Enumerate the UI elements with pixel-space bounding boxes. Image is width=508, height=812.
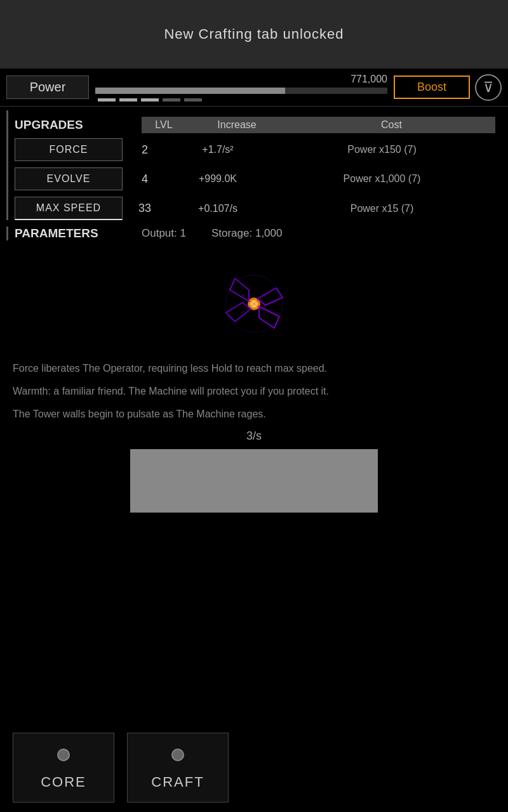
col-header-increase: Increase (186, 117, 288, 133)
descriptions: Force liberates The Operator, requiring … (13, 361, 495, 422)
upgrade-cost-evolve: Power x1,000 (7) (269, 173, 495, 185)
boost-container: Boost (394, 74, 502, 101)
upgrade-lvl-force: 2 (123, 143, 167, 157)
craft-nav-dot (171, 749, 184, 761)
upgrades-section: UPGRADES LVL Increase Cost FORCE 2 +1.7/… (6, 110, 502, 220)
craft-nav-button[interactable]: CRAFT (127, 733, 229, 802)
upgrades-cols: LVL Increase Cost (142, 117, 495, 133)
upgrades-header: UPGRADES LVL Increase Cost (15, 117, 495, 133)
machine-visual (197, 253, 311, 355)
core-nav-dot (57, 749, 70, 761)
upgrade-button-evolve[interactable]: EVOLVE (15, 167, 123, 190)
upgrade-lvl-maxspeed: 33 (123, 202, 167, 215)
boost-dropdown-button[interactable] (475, 74, 502, 101)
rate-display: 3/s (0, 429, 508, 443)
upgrade-increase-maxspeed: +0.107/s (167, 203, 269, 214)
machine-svg (203, 259, 305, 348)
col-header-cost: Cost (288, 117, 495, 133)
upgrade-button-force[interactable]: FORCE (15, 138, 123, 161)
notification-banner: New Crafting tab unlocked (0, 0, 508, 69)
parameters-title: PARAMETERS (15, 226, 142, 240)
bar-dot-5 (184, 98, 202, 102)
bar-dot-2 (119, 98, 137, 102)
boost-button[interactable]: Boost (394, 75, 470, 99)
upgrade-increase-evolve: +999.0K (167, 173, 269, 185)
bar-dot-4 (163, 98, 180, 102)
description-3: The Tower walls begin to pulsate as The … (13, 407, 495, 422)
craft-nav-label: CRAFT (151, 774, 204, 796)
upgrade-increase-force: +1.7/s² (167, 144, 269, 155)
craft-nav-inner: CRAFT (140, 740, 215, 796)
upgrades-title: UPGRADES (15, 118, 142, 132)
upgrade-row-force: FORCE 2 +1.7/s² Power x150 (7) (15, 138, 495, 161)
core-nav-inner: CORE (26, 740, 101, 796)
upgrade-cost-maxspeed: Power x15 (7) (269, 203, 495, 214)
upgrade-button-maxspeed[interactable]: MAX SPEED (15, 197, 123, 220)
col-header-lvl: LVL (142, 117, 186, 133)
upgrade-cost-force: Power x150 (7) (269, 144, 495, 155)
description-2: Warmth: a familiar friend. The Machine w… (13, 384, 495, 399)
svg-marker-2 (257, 288, 283, 305)
core-nav-button[interactable]: CORE (13, 733, 114, 802)
notification-text: New Crafting tab unlocked (164, 26, 344, 43)
power-value: 771,000 (95, 74, 387, 85)
bar-dot-3 (141, 98, 159, 102)
parameters-storage: Storage: 1,000 (211, 227, 283, 240)
parameters-output: Output: 1 (142, 227, 186, 240)
power-bar-container: 771,000 (95, 74, 387, 102)
parameters-section: PARAMETERS Output: 1 Storage: 1,000 (6, 226, 502, 240)
upgrade-lvl-evolve: 4 (123, 173, 167, 186)
bottom-nav: CORE CRAFT (0, 723, 508, 812)
power-bar-dots (95, 98, 387, 102)
bar-dot-1 (98, 98, 116, 102)
power-bar-fill (95, 88, 285, 94)
upgrade-row-maxspeed: MAX SPEED 33 +0.107/s Power x15 (7) (15, 197, 495, 220)
power-bar-track (95, 88, 387, 94)
power-header: Power 771,000 Boost (0, 69, 508, 107)
power-label-button[interactable]: Power (6, 75, 89, 99)
gray-box[interactable] (130, 449, 378, 513)
description-1: Force liberates The Operator, requiring … (13, 361, 495, 376)
core-nav-label: CORE (41, 774, 86, 796)
main-content: Power 771,000 Boost UPGRADES LVL In (0, 69, 508, 723)
upgrade-row-evolve: EVOLVE 4 +999.0K Power x1,000 (7) (15, 167, 495, 190)
parameters-values: Output: 1 Storage: 1,000 (142, 227, 282, 240)
